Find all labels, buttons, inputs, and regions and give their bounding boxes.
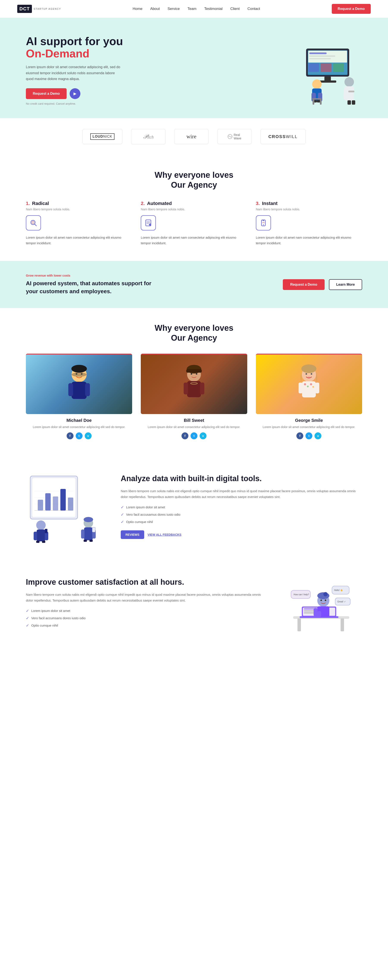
svg-rect-92	[92, 527, 95, 532]
svg-text:✓: ✓	[149, 224, 150, 226]
team-card-bill: Bill Sweet Lorem ipsum dolor sit amet co…	[141, 354, 247, 439]
svg-rect-63	[302, 381, 316, 398]
improve-checklist: ✓ Lorem ipsum dolor sit amet ✓ Vero faci…	[26, 608, 267, 628]
vimeo-icon-michael[interactable]: v	[85, 433, 92, 439]
svg-rect-37	[263, 220, 264, 221]
svg-point-60	[306, 373, 307, 375]
svg-point-11	[312, 80, 321, 89]
facebook-icon-michael[interactable]: f	[67, 433, 73, 439]
check-icon-3: ✓	[121, 520, 124, 524]
hero-description: Lorem ipsum dolor sit amet consectetur a…	[26, 64, 121, 82]
automated-icon: ✓	[141, 215, 247, 231]
team-desc-bill: Lorem ipsum dolor sit amet consectetur a…	[141, 425, 247, 430]
svg-rect-112	[317, 611, 321, 617]
check-item-3: ✓ Optio cumque nihil	[121, 520, 362, 524]
team-grid: Michael Doe Lorem ipsum dolor sit amet c…	[26, 354, 362, 439]
nav-home[interactable]: Home	[133, 7, 142, 11]
svg-point-62	[307, 377, 311, 379]
svg-point-109	[325, 600, 326, 601]
svg-rect-97	[298, 618, 301, 631]
request-demo-button[interactable]: Request a Demo	[26, 88, 67, 99]
svg-rect-9	[325, 76, 331, 81]
facebook-icon-george[interactable]: f	[296, 433, 303, 439]
improve-check-item-3: ✓ Optio cumque nihil	[26, 623, 267, 628]
analyze-desc: Nam libero tempore cum soluta nabis est …	[121, 488, 362, 500]
cta-demo-button[interactable]: Request a Demo	[283, 279, 325, 290]
hero-section: AI support for you On-Demand Lorem ipsum…	[0, 18, 388, 118]
improve-illustration: Hello! 👋 How can I help? Great! ✓	[280, 573, 362, 638]
team-name-george: George Smile	[256, 418, 362, 423]
why-section-title: Why everyone loves Our Agency	[26, 170, 362, 190]
svg-rect-51	[186, 369, 202, 372]
svg-point-46	[71, 372, 87, 377]
svg-rect-42	[71, 382, 87, 399]
svg-point-53	[196, 373, 197, 375]
svg-rect-77	[45, 493, 51, 511]
svg-point-45	[71, 365, 87, 372]
nav-client[interactable]: Client	[230, 7, 239, 11]
radical-icon	[26, 215, 132, 231]
features-grid: 1. Radical Nam libero tempore soluta nob…	[26, 200, 362, 246]
svg-rect-10	[319, 81, 336, 83]
feature-radical: 1. Radical Nam libero tempore soluta nob…	[26, 200, 132, 246]
improve-content: Improve customer satisfaction at all hou…	[26, 577, 267, 634]
svg-point-107	[323, 592, 328, 597]
svg-point-67	[312, 386, 314, 388]
svg-rect-80	[68, 498, 73, 511]
request-demo-nav-button[interactable]: Request a Demo	[332, 4, 371, 14]
cta-tagline: Grow revenue with lower costs	[26, 274, 155, 277]
brand-crosswill: CROSSWILL	[260, 129, 306, 144]
svg-rect-3	[309, 52, 326, 54]
nav-contact[interactable]: Contact	[247, 7, 260, 11]
svg-rect-85	[45, 529, 48, 533]
svg-text:How can I help?: How can I help?	[294, 593, 309, 596]
svg-rect-19	[320, 99, 321, 105]
nav-testimonial[interactable]: Testimonial	[204, 7, 222, 11]
improve-check-icon-3: ✓	[26, 623, 29, 628]
facebook-icon-bill[interactable]: f	[182, 433, 188, 439]
hero-buttons: Request a Demo ▶	[26, 88, 123, 99]
cta-learn-button[interactable]: Learn More	[329, 279, 362, 290]
cta-title: AI powered system, that automates suppor…	[26, 279, 155, 295]
svg-rect-24	[347, 100, 351, 105]
vimeo-icon-bill[interactable]: v	[200, 433, 206, 439]
svg-point-61	[311, 373, 312, 375]
team-socials-bill: f t v	[141, 433, 247, 439]
play-button[interactable]: ▶	[70, 88, 81, 99]
feedbacks-button[interactable]: VIEW ALL FEEDBACKS	[148, 533, 182, 536]
svg-rect-82	[36, 530, 45, 541]
nav-team[interactable]: Team	[187, 7, 196, 11]
svg-rect-25	[352, 100, 355, 105]
improve-check-item-2: ✓ Vero facil accumsans dores iusto odio	[26, 616, 267, 620]
twitter-icon-bill[interactable]: t	[190, 433, 198, 439]
svg-point-66	[310, 383, 312, 385]
team-name-bill: Bill Sweet	[141, 418, 247, 423]
svg-rect-8	[333, 63, 344, 72]
team-desc-george: Lorem ipsum dolor sit amet consectetur a…	[256, 425, 362, 430]
svg-rect-83	[33, 531, 37, 540]
reviews-button[interactable]: REVIEWS	[121, 530, 144, 539]
twitter-icon-michael[interactable]: t	[76, 433, 82, 439]
team-photo-bill	[141, 354, 247, 414]
logo-subtitle: STARTUP AGENCY	[33, 8, 61, 10]
brand-pitch: 𝒫itch	[131, 129, 166, 144]
svg-rect-4	[309, 56, 335, 57]
svg-rect-18	[312, 99, 314, 105]
svg-rect-69	[315, 383, 319, 393]
nav-about[interactable]: About	[150, 7, 160, 11]
twitter-icon-george[interactable]: t	[306, 433, 312, 439]
analyze-content: Analyze data with built-in digital tools…	[121, 474, 362, 539]
svg-point-20	[344, 77, 354, 87]
svg-rect-55	[184, 383, 188, 395]
svg-rect-23	[348, 91, 355, 92]
svg-point-64	[304, 383, 306, 385]
nav-service[interactable]: Service	[168, 7, 180, 11]
svg-rect-6	[308, 63, 319, 72]
team-socials-michael: f t v	[26, 433, 132, 439]
instant-icon	[256, 215, 362, 231]
hero-title: AI support for you On-Demand	[26, 35, 123, 60]
vimeo-icon-george[interactable]: v	[315, 433, 321, 439]
svg-point-29	[32, 221, 34, 224]
team-section: Why everyone loves Our Agency	[0, 308, 388, 455]
svg-line-28	[35, 224, 36, 226]
